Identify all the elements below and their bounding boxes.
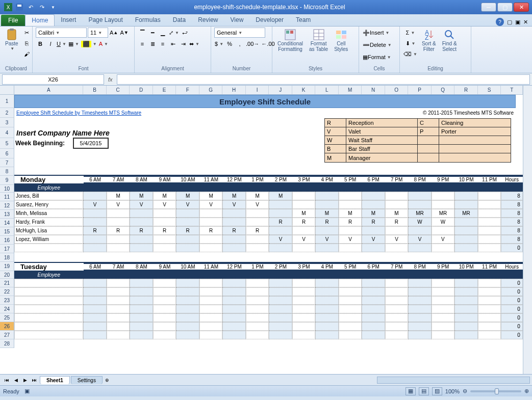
schedule-cell[interactable] (478, 287, 501, 296)
decrease-font-button[interactable]: A▼ (119, 28, 129, 38)
schedule-cell[interactable]: R (222, 226, 245, 235)
row-header[interactable]: 6 (0, 149, 14, 158)
schedule-cell[interactable] (246, 331, 269, 339)
schedule-cell[interactable]: R (315, 218, 338, 226)
schedule-cell[interactable] (339, 192, 362, 200)
employee-name-cell[interactable] (14, 287, 83, 296)
schedule-cell[interactable] (478, 313, 501, 322)
row-header[interactable]: 25 (0, 313, 14, 322)
schedule-cell[interactable] (454, 218, 477, 226)
schedule-cell[interactable]: R (385, 218, 408, 226)
tab-formulas[interactable]: Formulas (129, 14, 167, 26)
schedule-cell[interactable] (269, 331, 292, 339)
row-header[interactable]: 18 (0, 253, 14, 262)
save-icon[interactable] (14, 2, 24, 12)
schedule-cell[interactable] (454, 235, 477, 244)
zoom-out-button[interactable]: ⊖ (463, 388, 467, 394)
schedule-cell[interactable] (83, 244, 106, 252)
sheet-nav-last[interactable]: ⏭ (30, 376, 39, 384)
schedule-cell[interactable] (315, 200, 338, 209)
schedule-cell[interactable] (269, 296, 292, 305)
schedule-cell[interactable] (454, 287, 477, 296)
italic-button[interactable]: I (46, 39, 55, 49)
schedule-cell[interactable] (362, 305, 385, 313)
row-header[interactable]: 21 (0, 279, 14, 287)
schedule-cell[interactable] (199, 218, 222, 226)
row-header[interactable]: 17 (0, 245, 14, 253)
schedule-row[interactable]: 0 (14, 296, 523, 305)
schedule-cell[interactable] (83, 279, 106, 287)
schedule-cell[interactable]: V (432, 235, 454, 244)
schedule-cell[interactable] (315, 331, 338, 339)
schedule-cell[interactable] (199, 322, 222, 331)
schedule-row[interactable]: 0 (14, 331, 523, 339)
schedule-row[interactable]: McHugh, LisaRRRRRRRR8 (14, 226, 523, 235)
schedule-cell[interactable] (246, 287, 269, 296)
schedule-cell[interactable] (292, 287, 315, 296)
cut-button[interactable]: ✂ (22, 28, 32, 38)
schedule-cell[interactable] (153, 235, 176, 244)
schedule-row[interactable]: 0 (14, 305, 523, 313)
hours-cell[interactable]: 8 (501, 209, 523, 218)
hours-cell[interactable]: 0 (501, 305, 523, 313)
tab-page-layout[interactable]: Page Layout (82, 14, 129, 26)
schedule-cell[interactable] (199, 296, 222, 305)
schedule-cell[interactable]: M (385, 209, 408, 218)
schedule-cell[interactable]: W (408, 218, 431, 226)
schedule-cell[interactable] (478, 235, 501, 244)
schedule-cell[interactable] (176, 209, 199, 218)
schedule-cell[interactable] (130, 279, 153, 287)
schedule-cell[interactable] (269, 305, 292, 313)
schedule-row[interactable]: Lopez, WilliamVVVVVVVV8 (14, 235, 523, 244)
hours-cell[interactable]: 0 (501, 279, 523, 287)
employee-name-cell[interactable]: Suarez, Henry (14, 200, 83, 209)
font-color-button[interactable]: A▼ (98, 39, 109, 49)
row-header[interactable]: 28 (0, 339, 14, 348)
column-header[interactable]: A (14, 86, 83, 94)
schedule-cell[interactable] (176, 287, 199, 296)
sheet-nav-first[interactable]: ⏮ (2, 376, 11, 384)
row-header[interactable]: 24 (0, 305, 14, 313)
fill-button[interactable]: ⬇▼ (403, 38, 418, 48)
schedule-row[interactable]: 0 (14, 244, 523, 252)
schedule-cell[interactable] (199, 244, 222, 252)
row-header[interactable]: 26 (0, 322, 14, 331)
schedule-cell[interactable] (315, 244, 338, 252)
column-header[interactable]: F (176, 86, 199, 94)
schedule-cell[interactable] (130, 209, 153, 218)
number-format-combo[interactable]: General▼ (214, 28, 265, 38)
schedule-cell[interactable]: M (246, 192, 269, 200)
vertical-scrollbar[interactable] (523, 86, 532, 374)
schedule-cell[interactable]: R (292, 218, 315, 226)
schedule-cell[interactable] (199, 331, 222, 339)
schedule-cell[interactable] (83, 305, 106, 313)
macro-record-icon[interactable]: ▣ (24, 388, 30, 394)
column-header[interactable]: L (315, 86, 339, 94)
row-header[interactable]: 3 (0, 118, 14, 127)
schedule-cell[interactable] (385, 226, 408, 235)
schedule-cell[interactable] (432, 279, 454, 287)
schedule-cell[interactable] (153, 244, 176, 252)
autosum-button[interactable]: Σ▼ (403, 28, 418, 38)
schedule-cell[interactable] (269, 209, 292, 218)
orientation-button[interactable]: ⤢▼ (168, 28, 180, 38)
schedule-cell[interactable] (269, 200, 292, 209)
redo-icon[interactable]: ↷ (37, 2, 47, 12)
schedule-cell[interactable] (408, 296, 431, 305)
schedule-cell[interactable] (454, 226, 477, 235)
employee-name-cell[interactable] (14, 313, 83, 322)
tab-insert[interactable]: Insert (55, 14, 82, 26)
schedule-cell[interactable] (83, 313, 106, 322)
schedule-cell[interactable] (478, 226, 501, 235)
schedule-cell[interactable] (176, 235, 199, 244)
schedule-cell[interactable] (408, 200, 431, 209)
row-header[interactable]: 11 (0, 193, 14, 201)
schedule-cell[interactable]: R (83, 226, 106, 235)
sheet-tab-settings[interactable]: Settings (71, 376, 103, 384)
schedule-cell[interactable] (408, 279, 431, 287)
row-header[interactable]: 27 (0, 331, 14, 339)
schedule-cell[interactable] (176, 313, 199, 322)
schedule-cell[interactable] (432, 226, 454, 235)
hours-cell[interactable]: 0 (501, 322, 523, 331)
name-box[interactable]: X26 (2, 74, 104, 85)
